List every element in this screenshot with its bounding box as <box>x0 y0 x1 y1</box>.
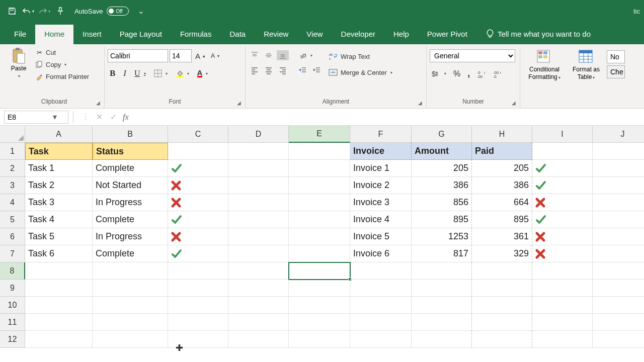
redo-icon[interactable]: ▾ <box>36 4 52 18</box>
alignment-dialog-icon[interactable]: ◢ <box>418 100 422 107</box>
cell-B7[interactable]: Complete <box>93 245 168 262</box>
cell-J10[interactable] <box>593 297 644 314</box>
undo-icon[interactable]: ▾ <box>20 4 36 18</box>
italic-button[interactable]: I <box>121 67 128 79</box>
cell-E9[interactable] <box>289 280 350 297</box>
font-dialog-icon[interactable]: ◢ <box>237 100 241 107</box>
borders-button[interactable]: ▾ <box>152 68 170 78</box>
cell-F11[interactable] <box>350 314 412 331</box>
percent-format-icon[interactable]: % <box>451 68 462 79</box>
underline-button[interactable]: U▾ <box>132 68 148 79</box>
cell-F6[interactable]: Invoice 5 <box>350 228 412 245</box>
increase-indent-icon[interactable] <box>311 65 323 75</box>
tab-insert[interactable]: Insert <box>73 25 111 44</box>
conditional-formatting-button[interactable]: Conditional Formatting▾ <box>523 48 566 81</box>
cell-A1[interactable]: Task <box>25 143 93 160</box>
cell-H8[interactable] <box>472 262 532 280</box>
cell-F4[interactable]: Invoice 3 <box>350 194 412 211</box>
cell-C2[interactable] <box>168 160 228 177</box>
cell-G10[interactable] <box>412 297 472 314</box>
cell-C7[interactable] <box>168 245 228 262</box>
align-bottom-icon[interactable] <box>277 50 289 60</box>
cell-J8[interactable] <box>593 262 644 280</box>
format-as-table-button[interactable]: Format as Table▾ <box>569 48 604 81</box>
cell-C8[interactable] <box>168 262 228 280</box>
row-header-9[interactable]: 9 <box>0 280 25 297</box>
increase-decimal-icon[interactable]: .0.00 <box>475 69 488 79</box>
tab-data[interactable]: Data <box>220 25 255 44</box>
cell-I5[interactable] <box>532 211 593 228</box>
cell-J4[interactable] <box>593 194 644 211</box>
cell-A11[interactable] <box>25 314 93 331</box>
cell-E7[interactable] <box>289 245 350 262</box>
row-header-4[interactable]: 4 <box>0 194 25 211</box>
cell-D9[interactable] <box>228 280 289 297</box>
cell-G7[interactable]: 817 <box>412 245 472 262</box>
cell-B5[interactable]: Complete <box>93 211 168 228</box>
cell-E12[interactable] <box>289 331 350 348</box>
row-header-3[interactable]: 3 <box>0 177 25 194</box>
pin-icon[interactable] <box>52 4 68 18</box>
cell-I2[interactable] <box>532 160 593 177</box>
cell-F1[interactable]: Invoice <box>350 143 412 160</box>
cell-H11[interactable] <box>472 314 532 331</box>
cell-style-check[interactable]: Che <box>607 65 625 78</box>
cell-G9[interactable] <box>412 280 472 297</box>
cell-E5[interactable] <box>289 211 350 228</box>
column-header-D[interactable]: D <box>228 126 289 143</box>
tab-power-pivot[interactable]: Power Pivot <box>418 25 476 44</box>
tab-page-layout[interactable]: Page Layout <box>111 25 171 44</box>
row-header-10[interactable]: 10 <box>0 297 25 314</box>
align-center-icon[interactable] <box>263 65 275 75</box>
cell-D12[interactable] <box>228 331 289 348</box>
cell-D4[interactable] <box>228 194 289 211</box>
row-header-8[interactable]: 8 <box>0 262 25 280</box>
cell-J7[interactable] <box>593 245 644 262</box>
cell-J12[interactable] <box>593 331 644 348</box>
cell-B12[interactable] <box>93 331 168 348</box>
cell-J11[interactable] <box>593 314 644 331</box>
align-middle-icon[interactable] <box>263 50 275 60</box>
number-dialog-icon[interactable]: ◢ <box>512 100 516 107</box>
cell-H1[interactable]: Paid <box>472 143 532 160</box>
qat-customize-icon[interactable]: ⌄ <box>133 4 149 18</box>
tab-view[interactable]: View <box>297 25 332 44</box>
cell-G12[interactable] <box>412 331 472 348</box>
tab-home[interactable]: Home <box>35 25 73 44</box>
cell-A8[interactable] <box>25 262 93 280</box>
enter-formula-icon[interactable]: ✓ <box>109 112 118 122</box>
save-icon[interactable] <box>4 4 20 18</box>
cell-H9[interactable] <box>472 280 532 297</box>
cell-D2[interactable] <box>228 160 289 177</box>
format-painter-button[interactable]: Format Painter <box>33 71 91 81</box>
cell-G8[interactable] <box>412 262 472 280</box>
cell-D6[interactable] <box>228 228 289 245</box>
comma-format-icon[interactable]: , <box>465 67 472 80</box>
tab-developer[interactable]: Developer <box>332 25 384 44</box>
cell-A2[interactable]: Task 1 <box>25 160 93 177</box>
cell-E10[interactable] <box>289 297 350 314</box>
accounting-format-icon[interactable]: $▾ <box>430 69 448 79</box>
cell-J9[interactable] <box>593 280 644 297</box>
cell-F2[interactable]: Invoice 1 <box>350 160 412 177</box>
cell-H10[interactable] <box>472 297 532 314</box>
number-format-select[interactable]: General <box>430 49 515 62</box>
cell-B2[interactable]: Complete <box>93 160 168 177</box>
cell-A7[interactable]: Task 6 <box>25 245 93 262</box>
bold-button[interactable]: B <box>108 67 117 79</box>
cell-D7[interactable] <box>228 245 289 262</box>
cell-E3[interactable] <box>289 177 350 194</box>
font-name-input[interactable] <box>108 49 168 62</box>
cell-A10[interactable] <box>25 297 93 314</box>
cell-G6[interactable]: 1253 <box>412 228 472 245</box>
wrap-text-button[interactable]: abcWrap Text <box>326 50 394 62</box>
font-size-input[interactable] <box>170 49 192 62</box>
tab-review[interactable]: Review <box>255 25 297 44</box>
cell-E2[interactable] <box>289 160 350 177</box>
cell-A4[interactable]: Task 3 <box>25 194 93 211</box>
cell-I11[interactable] <box>532 314 593 331</box>
cell-E1[interactable] <box>289 143 350 160</box>
row-header-11[interactable]: 11 <box>0 314 25 331</box>
cell-H7[interactable]: 329 <box>472 245 532 262</box>
cell-B8[interactable] <box>93 262 168 280</box>
